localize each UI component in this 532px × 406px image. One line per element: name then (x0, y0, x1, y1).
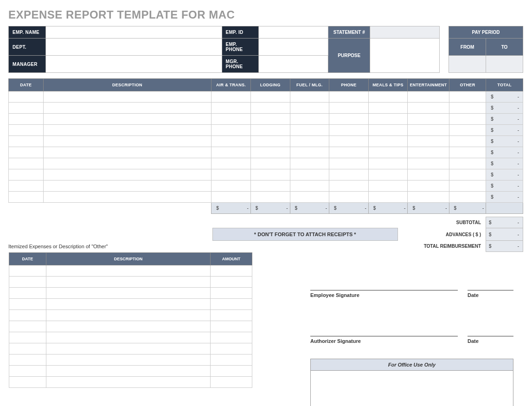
itemized-cell[interactable] (211, 321, 252, 332)
expense-cell[interactable] (290, 180, 329, 192)
office-use-body[interactable] (311, 371, 513, 406)
expense-cell[interactable] (43, 91, 212, 103)
expense-cell[interactable] (368, 103, 408, 114)
input-mgr-phone[interactable] (259, 56, 328, 73)
itemized-cell[interactable] (46, 277, 210, 288)
expense-cell[interactable] (250, 125, 290, 136)
itemized-cell[interactable] (211, 366, 252, 377)
expense-cell[interactable] (408, 180, 449, 192)
expense-cell[interactable] (250, 169, 290, 180)
itemized-cell[interactable] (46, 321, 210, 332)
expense-cell[interactable] (449, 147, 486, 158)
itemized-cell[interactable] (46, 377, 210, 388)
expense-cell[interactable] (250, 103, 290, 114)
itemized-cell[interactable] (46, 299, 210, 310)
expense-cell[interactable] (9, 158, 44, 169)
expense-cell[interactable] (212, 158, 251, 169)
expense-cell[interactable] (329, 147, 369, 158)
input-to[interactable] (486, 56, 523, 73)
expense-cell[interactable] (449, 114, 486, 125)
itemized-cell[interactable] (211, 277, 252, 288)
expense-cell[interactable] (9, 180, 44, 192)
expense-cell[interactable] (43, 114, 212, 125)
expense-cell[interactable] (290, 158, 329, 169)
expense-cell[interactable] (408, 147, 449, 158)
expense-cell[interactable] (329, 192, 369, 203)
expense-cell[interactable] (408, 114, 449, 125)
input-emp-name[interactable] (45, 26, 222, 39)
expense-cell[interactable] (449, 136, 486, 147)
itemized-cell[interactable] (9, 354, 46, 366)
expense-cell[interactable] (212, 180, 251, 192)
itemized-cell[interactable] (9, 321, 46, 332)
expense-cell[interactable] (329, 180, 369, 192)
expense-cell[interactable] (449, 103, 486, 114)
expense-cell[interactable] (212, 147, 251, 158)
expense-cell[interactable] (43, 192, 212, 203)
expense-cell[interactable] (368, 192, 408, 203)
expense-cell[interactable] (43, 169, 212, 180)
expense-cell[interactable] (43, 158, 212, 169)
itemized-cell[interactable] (9, 277, 46, 288)
expense-cell[interactable] (408, 91, 449, 103)
itemized-cell[interactable] (9, 366, 46, 377)
expense-cell[interactable] (212, 169, 251, 180)
expense-cell[interactable] (329, 125, 369, 136)
expense-cell[interactable] (329, 158, 369, 169)
itemized-cell[interactable] (9, 343, 46, 354)
expense-cell[interactable] (9, 192, 44, 203)
expense-cell[interactable] (43, 125, 212, 136)
itemized-cell[interactable] (46, 332, 210, 343)
expense-cell[interactable] (9, 169, 44, 180)
expense-cell[interactable] (290, 192, 329, 203)
expense-cell[interactable] (250, 158, 290, 169)
expense-cell[interactable] (408, 136, 449, 147)
expense-cell[interactable] (408, 192, 449, 203)
expense-cell[interactable] (368, 136, 408, 147)
expense-cell[interactable] (408, 103, 449, 114)
itemized-cell[interactable] (211, 299, 252, 310)
expense-cell[interactable] (449, 91, 486, 103)
expense-cell[interactable] (329, 103, 369, 114)
expense-cell[interactable] (290, 91, 329, 103)
expense-cell[interactable] (9, 114, 44, 125)
expense-cell[interactable] (212, 136, 251, 147)
expense-cell[interactable] (449, 169, 486, 180)
itemized-cell[interactable] (46, 343, 210, 354)
itemized-cell[interactable] (46, 288, 210, 299)
itemized-cell[interactable] (46, 310, 210, 321)
expense-cell[interactable] (449, 125, 486, 136)
expense-cell[interactable] (250, 192, 290, 203)
expense-cell[interactable] (449, 158, 486, 169)
expense-cell[interactable] (408, 125, 449, 136)
expense-cell[interactable] (290, 114, 329, 125)
itemized-cell[interactable] (211, 288, 252, 299)
expense-cell[interactable] (43, 136, 212, 147)
expense-cell[interactable] (290, 169, 329, 180)
expense-cell[interactable] (368, 91, 408, 103)
expense-cell[interactable] (43, 180, 212, 192)
expense-cell[interactable] (43, 103, 212, 114)
itemized-cell[interactable] (9, 310, 46, 321)
itemized-cell[interactable] (211, 332, 252, 343)
expense-cell[interactable] (250, 114, 290, 125)
expense-cell[interactable] (290, 125, 329, 136)
expense-cell[interactable] (408, 169, 449, 180)
itemized-cell[interactable] (9, 377, 46, 388)
expense-cell[interactable] (9, 147, 44, 158)
expense-cell[interactable] (43, 147, 212, 158)
itemized-cell[interactable] (9, 288, 46, 299)
itemized-cell[interactable] (211, 354, 252, 366)
expense-cell[interactable] (368, 169, 408, 180)
expense-cell[interactable] (408, 158, 449, 169)
itemized-cell[interactable] (46, 366, 210, 377)
input-statement[interactable] (370, 26, 440, 39)
expense-cell[interactable] (9, 125, 44, 136)
expense-cell[interactable] (250, 136, 290, 147)
value-advances[interactable]: $- (486, 228, 523, 241)
expense-cell[interactable] (250, 147, 290, 158)
expense-cell[interactable] (368, 180, 408, 192)
expense-cell[interactable] (368, 147, 408, 158)
expense-cell[interactable] (290, 147, 329, 158)
expense-cell[interactable] (212, 91, 251, 103)
